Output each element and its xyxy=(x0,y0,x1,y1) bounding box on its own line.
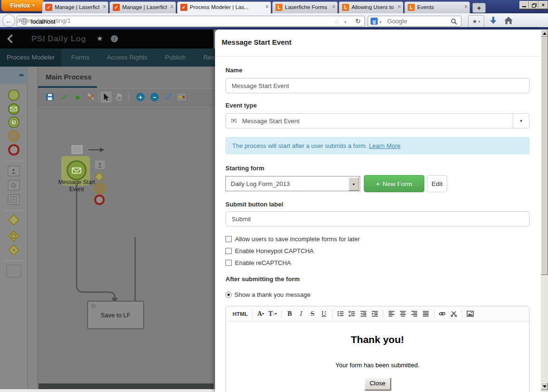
checkbox-honeypot-captcha[interactable] xyxy=(225,248,232,254)
nav-item-process-modeler[interactable]: Process Modeler xyxy=(0,49,61,67)
info-icon[interactable]: i xyxy=(111,35,118,42)
link-icon[interactable] xyxy=(439,309,446,319)
timer-start-event-shape[interactable] xyxy=(8,117,20,128)
select-arrow-icon[interactable]: ▼ xyxy=(349,177,359,191)
url-bar[interactable]: localhost/Forms/bp/routing/1 ☆ ▾ ↻ xyxy=(17,16,365,27)
restore-button[interactable] xyxy=(529,1,538,9)
close-icon[interactable]: × xyxy=(398,3,401,10)
modeler-workspace: ▶▶ ⚙ xyxy=(0,67,215,392)
message-start-event-shape[interactable] xyxy=(8,103,20,115)
edit-form-button[interactable]: Edit xyxy=(427,175,447,192)
chevron-down-icon[interactable]: ▼ xyxy=(513,114,529,128)
editor-content[interactable]: Thank you! Your form has been submitted.… xyxy=(226,322,529,392)
parallel-gateway-shape[interactable]: + xyxy=(8,244,19,255)
event-type-dropdown[interactable]: ✉ Message Start Event ▼ xyxy=(225,113,529,128)
subprocess-shape[interactable]: + xyxy=(8,194,20,205)
close-icon[interactable]: × xyxy=(464,3,468,10)
back-button[interactable]: ← xyxy=(2,14,15,27)
nav-item-access-rights[interactable]: Access Rights xyxy=(106,49,148,67)
outdent-icon[interactable] xyxy=(360,309,367,319)
new-form-button[interactable]: + New Form xyxy=(364,175,424,192)
nav-item-forms[interactable]: Forms xyxy=(70,49,90,67)
bookmark-star-icon[interactable]: ☆ xyxy=(334,18,340,25)
font-size-button[interactable]: T↕▾ xyxy=(268,309,277,319)
close-icon[interactable]: × xyxy=(170,3,174,10)
close-icon[interactable]: × xyxy=(103,3,106,10)
start-event-shape[interactable] xyxy=(8,89,20,101)
indent-icon[interactable] xyxy=(371,309,379,319)
search-input[interactable] xyxy=(386,17,440,25)
bookmarks-menu-button[interactable]: ★ ▾ xyxy=(468,15,484,28)
close-window-button[interactable]: × xyxy=(538,1,548,9)
strikethrough-button[interactable]: S xyxy=(309,309,316,319)
favorite-star-icon[interactable]: ★ xyxy=(97,34,103,43)
search-box[interactable]: g ▾ xyxy=(368,16,461,27)
close-icon[interactable]: × xyxy=(332,3,335,10)
radio-thank-you-message[interactable] xyxy=(225,292,232,298)
search-engine-dropdown-icon[interactable]: ▾ xyxy=(380,20,382,24)
process-canvas[interactable]: Main Process ✓ ▶ xyxy=(38,67,215,392)
canvas-horizontal-scrollbar[interactable] xyxy=(39,383,214,389)
underline-button[interactable]: U xyxy=(320,309,328,319)
url-dropdown-icon[interactable]: ▾ xyxy=(344,20,346,24)
learn-more-link[interactable]: Learn More xyxy=(369,142,401,149)
scrollbar-thumb[interactable] xyxy=(541,37,548,275)
back-chevron-icon[interactable] xyxy=(7,34,16,43)
tab-allowing-users[interactable]: L Allowing Users to Acc... × xyxy=(339,1,403,13)
event-type-label: Event type xyxy=(225,102,257,109)
end-event-shape[interactable] xyxy=(8,144,20,156)
divider xyxy=(215,56,541,57)
home-button[interactable] xyxy=(503,15,514,28)
save-to-lf-node[interactable]: ⚙ Save to LF xyxy=(87,301,144,329)
tab-forms-help[interactable]: L Laserfiche Forms Help × xyxy=(272,1,338,13)
html-source-button[interactable]: HTML xyxy=(233,309,248,319)
italic-button[interactable]: I xyxy=(297,309,305,319)
context-user-task-icon[interactable] xyxy=(94,160,106,170)
tab-manage-2[interactable]: ✓ Manage | Laserfiche F... × xyxy=(109,1,176,13)
nav-item-publish[interactable]: Publish xyxy=(164,49,186,67)
context-end-event-icon[interactable] xyxy=(94,195,105,205)
tab-process-modeler[interactable]: ✓ Process Modeler | Las... × xyxy=(177,1,271,14)
star-icon: ★ xyxy=(472,18,478,25)
align-right-icon[interactable] xyxy=(411,309,418,319)
service-task-shape[interactable]: ⚙ xyxy=(8,180,20,191)
scroll-up-button[interactable] xyxy=(541,29,548,37)
align-justify-icon[interactable] xyxy=(422,309,430,319)
minimize-button[interactable] xyxy=(519,1,529,9)
bullet-list-icon[interactable] xyxy=(337,309,344,319)
reload-icon[interactable]: ↻ xyxy=(355,18,361,25)
tab-manage-1[interactable]: ✓ Manage | Laserfiche F... × xyxy=(42,1,108,13)
checkbox-recaptcha[interactable] xyxy=(225,260,232,266)
image-icon[interactable] xyxy=(467,309,474,319)
align-left-icon[interactable] xyxy=(388,309,395,319)
clock-rings-icon xyxy=(10,132,18,140)
vertical-scrollbar[interactable] xyxy=(541,29,548,392)
new-tab-button[interactable]: + xyxy=(472,3,486,13)
submit-button-label-input[interactable] xyxy=(225,211,529,226)
close-button[interactable]: Close xyxy=(364,378,391,390)
starting-form-select[interactable]: Daily Log Form_2013 ▼ xyxy=(225,176,360,191)
inclusive-gateway-shape[interactable] xyxy=(8,230,19,242)
bold-button[interactable]: B xyxy=(286,309,294,319)
checkbox-label: Enable reCAPTCHA xyxy=(235,259,291,266)
firefox-menu-button[interactable]: Firefox ▾ xyxy=(1,0,44,11)
intermediate-timer-event-shape[interactable] xyxy=(8,130,20,142)
numbered-list-icon[interactable] xyxy=(348,309,356,319)
expand-palette-icon[interactable]: ▶▶ xyxy=(20,73,23,77)
checkbox-save-incomplete[interactable] xyxy=(225,236,232,242)
align-center-icon[interactable] xyxy=(399,309,407,319)
font-color-button[interactable]: A▾ xyxy=(257,309,264,319)
download-button[interactable] xyxy=(488,15,499,28)
unlink-icon[interactable] xyxy=(450,309,458,319)
search-magnifier-icon[interactable] xyxy=(450,18,458,27)
exclusive-gateway-shape[interactable] xyxy=(8,214,19,225)
scroll-down-button[interactable] xyxy=(541,382,548,390)
nav-item-results[interactable]: Results xyxy=(202,49,215,67)
annotation-shape[interactable] xyxy=(6,265,21,278)
user-task-shape[interactable] xyxy=(8,166,20,176)
node-label: Message Start Event xyxy=(54,179,99,193)
close-icon[interactable]: × xyxy=(265,3,269,10)
tab-events[interactable]: L Events × xyxy=(404,1,470,13)
message-start-event-node[interactable] xyxy=(67,160,87,180)
name-input[interactable] xyxy=(225,78,529,93)
